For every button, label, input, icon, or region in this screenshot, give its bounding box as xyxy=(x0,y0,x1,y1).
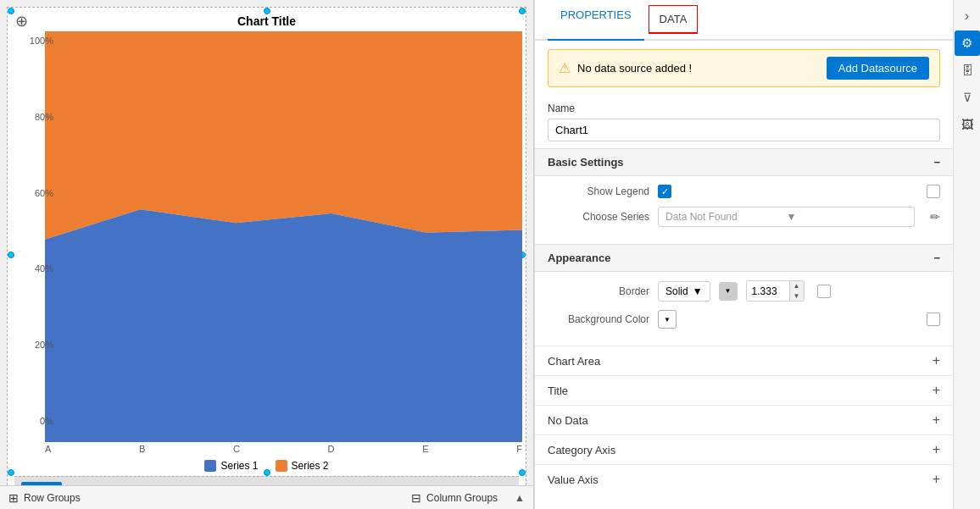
chart-area-plus: + xyxy=(933,353,940,368)
x-label-f: F xyxy=(516,444,522,454)
legend-label-series2: Series 2 xyxy=(292,460,329,472)
border-label: Border xyxy=(548,285,649,297)
edit-icon[interactable]: ✏ xyxy=(930,210,940,224)
x-label-c: C xyxy=(233,444,240,454)
border-color-swatch[interactable]: ▼ xyxy=(719,282,738,301)
basic-settings-content: Show Legend ✓ Choose Series Data Not Fou… xyxy=(535,176,953,244)
basic-settings-header[interactable]: Basic Settings − xyxy=(535,148,953,176)
background-color-label: Background Color xyxy=(548,313,649,325)
expand-icon[interactable]: ▲ xyxy=(515,492,525,504)
bottom-bar: ⊞ Row Groups ⊟ Column Groups ▲ xyxy=(0,485,533,509)
no-data-plus: + xyxy=(933,412,940,428)
basic-settings-collapse-icon: − xyxy=(933,156,940,169)
title-label: Title xyxy=(548,385,568,397)
gear-icon[interactable]: ⚙ xyxy=(955,30,980,56)
legend-color-series1 xyxy=(204,460,216,472)
x-axis: A B C D E F xyxy=(45,442,522,456)
legend-series1: Series 1 xyxy=(204,460,258,472)
border-width-input: ▲ ▼ xyxy=(746,280,805,302)
add-datasource-button[interactable]: Add Datasource xyxy=(827,57,929,80)
y-label-80: 80% xyxy=(35,112,53,122)
value-axis-row[interactable]: Value Axis + xyxy=(535,464,953,494)
y-label-60: 60% xyxy=(35,188,53,198)
right-sidebar: › ⚙ 🗄 ⊽ 🖼 xyxy=(953,0,980,509)
no-data-row[interactable]: No Data + xyxy=(535,405,953,434)
column-groups-section: ⊟ Column Groups ▲ xyxy=(411,491,525,505)
panel-content: ⚠ No data source added ! Add Datasource … xyxy=(535,41,953,509)
crosshair-handle[interactable]: ⊕ xyxy=(12,12,31,30)
no-data-label: No Data xyxy=(548,414,588,427)
chart-area-row[interactable]: Chart Area + xyxy=(535,346,953,375)
choose-series-row: Choose Series Data Not Found ▼ ✏ xyxy=(548,207,940,227)
show-legend-checkbox2[interactable] xyxy=(927,185,940,198)
tab-properties[interactable]: PROPERTIES xyxy=(548,0,644,41)
y-label-100: 100% xyxy=(30,36,53,46)
alert-left: ⚠ No data source added ! xyxy=(559,60,692,76)
tabs-header: PROPERTIES DATA xyxy=(535,0,953,41)
border-color-arrow: ▼ xyxy=(725,287,732,295)
border-width-value[interactable] xyxy=(747,281,789,301)
selection-dot-bl[interactable] xyxy=(8,469,14,476)
y-axis: 100% 80% 60% 40% 20% 0% xyxy=(19,31,53,430)
x-label-d: D xyxy=(328,444,335,454)
selection-dot-bottom[interactable] xyxy=(264,469,270,476)
choose-series-label: Choose Series xyxy=(548,211,649,223)
bg-color-arrow: ▼ xyxy=(664,316,671,324)
legend-label-series1: Series 1 xyxy=(220,460,258,472)
category-axis-plus: + xyxy=(933,442,940,457)
name-section: Name xyxy=(535,96,953,148)
show-legend-row: Show Legend ✓ xyxy=(548,185,940,198)
name-label: Name xyxy=(548,102,940,114)
appearance-header[interactable]: Appearance − xyxy=(535,244,953,272)
chart-panel: ⊕ Chart Title 100% 80% 60% 40% 20% 0% xyxy=(0,0,534,509)
border-width-spinner: ▲ ▼ xyxy=(789,281,804,301)
selection-dot-br[interactable] xyxy=(519,469,526,476)
appearance-content: Border Solid ▼ ▼ ▲ ▼ xyxy=(535,272,953,346)
title-row[interactable]: Title + xyxy=(535,375,953,405)
column-groups-icon: ⊟ xyxy=(411,491,421,505)
warning-icon: ⚠ xyxy=(559,60,571,76)
filter-icon[interactable]: ⊽ xyxy=(955,85,980,110)
name-input[interactable] xyxy=(548,119,940,141)
border-style-arrow: ▼ xyxy=(693,285,703,297)
border-checkbox[interactable] xyxy=(817,285,831,298)
title-plus: + xyxy=(933,383,940,398)
show-legend-checkbox[interactable]: ✓ xyxy=(658,185,671,198)
chart-svg xyxy=(45,31,522,442)
bg-color-swatch[interactable]: ▼ xyxy=(658,310,677,329)
border-width-down[interactable]: ▼ xyxy=(790,291,804,302)
y-label-0: 0% xyxy=(40,416,53,426)
dropdown-arrow: ▼ xyxy=(787,211,908,223)
choose-series-value: Data Not Found xyxy=(665,211,787,223)
show-legend-label: Show Legend xyxy=(548,185,649,197)
nav-arrow-icon[interactable]: › xyxy=(955,3,980,29)
value-axis-label: Value Axis xyxy=(548,473,599,486)
tab-data[interactable]: DATA xyxy=(649,5,699,34)
row-groups-section: ⊞ Row Groups xyxy=(8,491,81,505)
row-groups-label: Row Groups xyxy=(24,492,81,504)
image-edit-icon[interactable]: 🖼 xyxy=(955,112,980,137)
category-axis-label: Category Axis xyxy=(548,444,615,456)
appearance-collapse-icon: − xyxy=(933,252,940,264)
category-axis-row[interactable]: Category Axis + xyxy=(535,434,953,464)
x-label-a: A xyxy=(45,444,51,454)
alert-bar: ⚠ No data source added ! Add Datasource xyxy=(548,49,940,87)
database-icon[interactable]: 🗄 xyxy=(955,58,980,83)
y-label-40: 40% xyxy=(35,263,53,274)
selection-dot-top[interactable] xyxy=(264,8,270,14)
alert-message: No data source added ! xyxy=(577,62,692,75)
border-width-up[interactable]: ▲ xyxy=(790,281,804,291)
properties-panel: PROPERTIES DATA ⚠ No data source added !… xyxy=(534,0,953,509)
choose-series-dropdown[interactable]: Data Not Found ▼ xyxy=(658,207,915,227)
border-style-value: Solid xyxy=(665,285,688,297)
column-groups-label: Column Groups xyxy=(426,492,498,504)
border-row: Border Solid ▼ ▼ ▲ ▼ xyxy=(548,280,940,302)
chart-canvas: ⊕ Chart Title 100% 80% 60% 40% 20% 0% xyxy=(7,7,526,502)
chart-area-label: Chart Area xyxy=(548,355,600,368)
selection-dot-tr[interactable] xyxy=(519,8,526,14)
background-color-row: Background Color ▼ xyxy=(548,310,940,329)
bg-color-checkbox[interactable] xyxy=(927,313,940,326)
basic-settings-label: Basic Settings xyxy=(548,156,624,169)
row-groups-icon: ⊞ xyxy=(8,491,19,505)
border-style-dropdown[interactable]: Solid ▼ xyxy=(658,281,710,302)
